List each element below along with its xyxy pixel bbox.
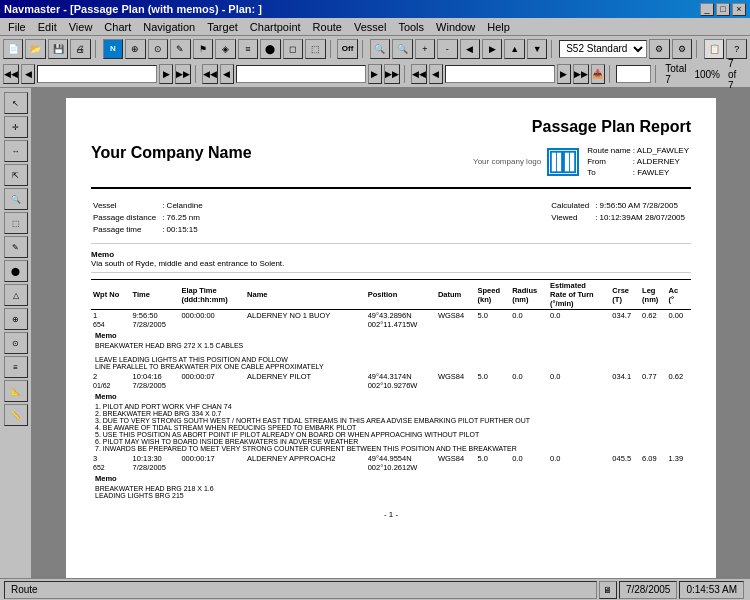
close-button[interactable]: × <box>732 3 746 16</box>
col-elaptime: Elap Time(ddd:hh:mm) <box>179 280 245 310</box>
sidebar-btn-5[interactable]: 🔍 <box>4 188 28 210</box>
sidebar-btn-11[interactable]: ⊙ <box>4 332 28 354</box>
vessel-value: : Celandine <box>162 201 206 211</box>
menu-chartpoint[interactable]: Chartpoint <box>244 20 307 34</box>
sidebar-btn-13[interactable]: 📐 <box>4 380 28 402</box>
tb-next2-btn[interactable]: ▶▶ <box>175 64 191 84</box>
col-crse: Crse(T) <box>610 280 640 310</box>
sidebar-btn-1[interactable]: ↖ <box>4 92 28 114</box>
sidebar-btn-12[interactable]: ≡ <box>4 356 28 378</box>
menu-window[interactable]: Window <box>430 20 481 34</box>
tb-btn-7[interactable]: ⊙ <box>148 39 168 59</box>
sidebar-btn-10[interactable]: ⊕ <box>4 308 28 330</box>
tb-btn-25[interactable]: 📋 <box>704 39 724 59</box>
menu-chart[interactable]: Chart <box>98 20 137 34</box>
tb-open-btn[interactable]: 📂 <box>25 39 45 59</box>
to-label: To <box>587 168 631 177</box>
tb-prev5-btn[interactable]: ◀◀ <box>411 64 427 84</box>
menu-help[interactable]: Help <box>481 20 516 34</box>
report-title: Passage Plan Report <box>91 118 691 136</box>
tb-btn-15[interactable]: 🔍 <box>370 39 390 59</box>
wpt-notes: BREAKWATER HEAD BRG 218 X 1.6 LEADING LI… <box>91 484 691 500</box>
sidebar-btn-6[interactable]: ⬚ <box>4 212 28 234</box>
wpt-leg: 6.09 <box>640 453 666 473</box>
tb-btn-26[interactable]: ? <box>726 39 746 59</box>
from-value: : ALDERNEY <box>633 157 689 166</box>
toolbar-separator-5 <box>696 40 700 58</box>
tb-btn-19[interactable]: ◀ <box>460 39 480 59</box>
tb-btn-5[interactable]: N <box>103 39 123 59</box>
status-icon-btn[interactable]: 🖥 <box>599 581 617 599</box>
tb-btn-11[interactable]: ≡ <box>238 39 258 59</box>
tb-btn-24[interactable]: ⚙ <box>672 39 692 59</box>
wpt-time: 10:13:307/28/2005 <box>131 453 180 473</box>
tb-save-btn[interactable]: 💾 <box>48 39 68 59</box>
menu-file[interactable]: File <box>2 20 32 34</box>
tb-btn-10[interactable]: ◈ <box>215 39 235 59</box>
wpt-datum: WGS84 <box>436 310 476 331</box>
tb-btn-9[interactable]: ⚑ <box>193 39 213 59</box>
col-position: Position <box>366 280 436 310</box>
tb-btn-13[interactable]: ◻ <box>283 39 303 59</box>
zoom-field[interactable]: 100% <box>616 65 651 83</box>
route-name-value: : ALD_FAWLEY <box>633 146 689 155</box>
sidebar-btn-4[interactable]: ⇱ <box>4 164 28 186</box>
tb-btn-12[interactable]: ⬤ <box>260 39 280 59</box>
tb-next-btn[interactable]: ▶ <box>159 64 173 84</box>
logo-area: Your company logo Route name <box>473 144 691 179</box>
vessel-section: Vessel : Celandine Passage distance : 76… <box>91 199 691 244</box>
company-name: Your Company Name <box>91 144 252 162</box>
tb-next4-btn[interactable]: ▶▶ <box>384 64 400 84</box>
tb-btn-16[interactable]: 🔍 <box>392 39 412 59</box>
tb-btn-22[interactable]: ▼ <box>527 39 547 59</box>
wpt-name: ALDERNEY PILOT <box>245 371 366 391</box>
tb-btn-23[interactable]: ⚙ <box>649 39 669 59</box>
menu-view[interactable]: View <box>63 20 99 34</box>
maximize-button[interactable]: □ <box>716 3 730 16</box>
tb-next6-btn[interactable]: ▶▶ <box>573 64 589 84</box>
doc-area[interactable]: Passage Plan Report Your Company Name Yo… <box>32 88 750 578</box>
tb-next3-btn[interactable]: ▶ <box>368 64 382 84</box>
tb-next5-btn[interactable]: ▶ <box>557 64 571 84</box>
sidebar-btn-14[interactable]: 📏 <box>4 404 28 426</box>
menu-route[interactable]: Route <box>307 20 348 34</box>
menu-navigation[interactable]: Navigation <box>137 20 201 34</box>
wpt-time: 9:56:507/28/2005 <box>131 310 180 331</box>
tb-prev4-btn[interactable]: ◀ <box>220 64 234 84</box>
tb-off-btn[interactable]: Off <box>337 39 357 59</box>
col-leg: Leg(nm) <box>640 280 666 310</box>
company-logo <box>547 148 579 176</box>
tb-print-btn[interactable]: 🖨 <box>70 39 90 59</box>
wpt-field[interactable]: 1 ALDERNEY NO 1 BU <box>236 65 366 83</box>
sidebar-btn-7[interactable]: ✎ <box>4 236 28 258</box>
menu-target[interactable]: Target <box>201 20 244 34</box>
tb-prev2-btn[interactable]: ◀ <box>21 64 35 84</box>
sidebar-btn-9[interactable]: △ <box>4 284 28 306</box>
tb-prev-btn[interactable]: ◀◀ <box>3 64 19 84</box>
sidebar-btn-2[interactable]: ✛ <box>4 116 28 138</box>
tb-prev3-btn[interactable]: ◀◀ <box>202 64 218 84</box>
menu-tools[interactable]: Tools <box>392 20 430 34</box>
standard-combo[interactable]: S52 Standard <box>559 40 647 58</box>
sidebar-btn-8[interactable]: ⬤ <box>4 260 28 282</box>
menu-vessel[interactable]: Vessel <box>348 20 392 34</box>
tb-btn-20[interactable]: ▶ <box>482 39 502 59</box>
sidebar-btn-3[interactable]: ↔ <box>4 140 28 162</box>
tb-new-btn[interactable]: 📄 <box>3 39 23 59</box>
route-field[interactable]: ALD_FAWLEY [ALDEF <box>37 65 157 83</box>
menu-edit[interactable]: Edit <box>32 20 63 34</box>
wpt-elap: 000:00:00 <box>179 310 245 331</box>
wpt-radius: 0.0 <box>510 453 548 473</box>
tb-btn-21[interactable]: ▲ <box>504 39 524 59</box>
col-speed: Speed(kn) <box>475 280 510 310</box>
tb-btn-8[interactable]: ✎ <box>170 39 190 59</box>
tb-btn-14[interactable]: ⬚ <box>305 39 325 59</box>
minimize-button[interactable]: _ <box>700 3 714 16</box>
tb-chart-import-btn[interactable]: 📥 <box>591 64 605 84</box>
tb-btn-17[interactable]: + <box>415 39 435 59</box>
tb-prev6-btn[interactable]: ◀ <box>429 64 443 84</box>
tb-btn-6[interactable]: ⊕ <box>125 39 145 59</box>
tb-btn-18[interactable]: - <box>437 39 457 59</box>
wpt-num: 1654 <box>91 310 131 331</box>
grounds-field[interactable]: NEW GROUNDS EAS <box>445 65 555 83</box>
